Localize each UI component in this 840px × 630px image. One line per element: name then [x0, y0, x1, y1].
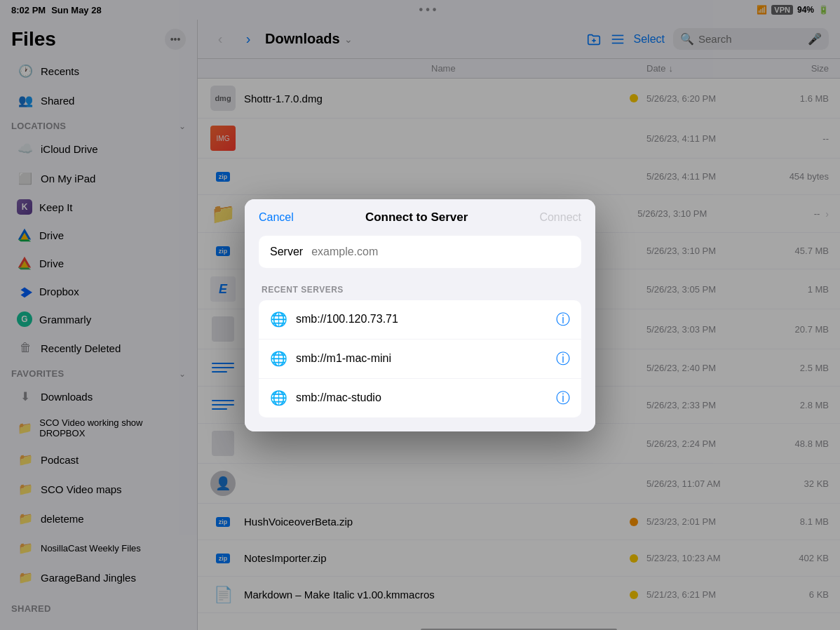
server-address-input[interactable]	[311, 246, 570, 258]
modal-title: Connect to Server	[365, 210, 468, 224]
server-input-row: Server	[259, 236, 581, 268]
connect-to-server-modal: Cancel Connect to Server Connect Server …	[245, 199, 595, 431]
globe-icon: 🌐	[270, 350, 287, 367]
server-info-button[interactable]: ⓘ	[556, 349, 570, 368]
globe-icon: 🌐	[270, 389, 287, 406]
recent-servers-label: RECENT SERVERS	[259, 285, 581, 295]
modal-header: Cancel Connect to Server Connect	[245, 199, 595, 236]
modal-overlay[interactable]: Cancel Connect to Server Connect Server …	[0, 0, 840, 630]
server-address: smb://100.120.73.71	[296, 313, 548, 326]
server-list-item[interactable]: 🌐 smb://m1-mac-mini ⓘ	[259, 340, 581, 379]
server-list: 🌐 smb://100.120.73.71 ⓘ 🌐 smb://m1-mac-m…	[259, 300, 581, 417]
connect-button[interactable]: Connect	[539, 211, 581, 224]
server-info-button[interactable]: ⓘ	[556, 389, 570, 408]
server-list-item[interactable]: 🌐 smb://100.120.73.71 ⓘ	[259, 300, 581, 340]
server-info-button[interactable]: ⓘ	[556, 310, 570, 329]
server-address: smb://mac-studio	[296, 391, 548, 404]
server-list-item[interactable]: 🌐 smb://mac-studio ⓘ	[259, 379, 581, 417]
server-label: Server	[270, 246, 303, 258]
server-address: smb://m1-mac-mini	[296, 352, 548, 365]
globe-icon: 🌐	[270, 311, 287, 328]
cancel-button[interactable]: Cancel	[259, 211, 294, 224]
modal-body: Server RECENT SERVERS 🌐 smb://100.120.73…	[245, 236, 595, 431]
